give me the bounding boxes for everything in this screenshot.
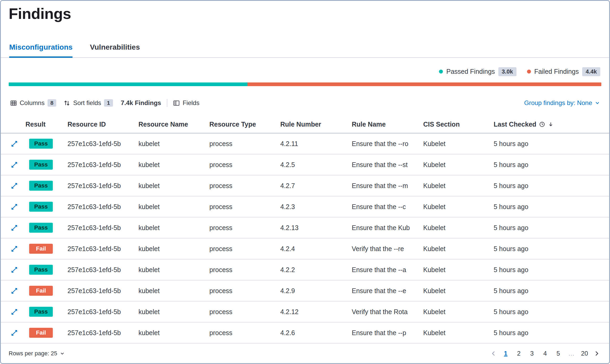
- result-cell: Pass: [25, 160, 68, 170]
- group-findings-by-button[interactable]: Group findings by: None: [524, 99, 600, 107]
- expand-cell: [9, 287, 25, 294]
- last-checked-cell: 5 hours ago: [494, 245, 601, 253]
- chevron-right-icon: [593, 350, 600, 357]
- toolbar-divider: [167, 99, 167, 107]
- rows-per-page-label: Rows per page: 25: [9, 350, 57, 357]
- pagination-page-3[interactable]: 3: [526, 348, 538, 359]
- rule-name-cell: Ensure that the --m: [352, 182, 423, 190]
- chevron-left-icon: [490, 350, 497, 357]
- result-cell: Fail: [25, 286, 68, 296]
- result-badge: Pass: [29, 223, 53, 233]
- pagination-pages: 12345…20: [500, 348, 590, 359]
- result-cell: Pass: [25, 139, 68, 149]
- failed-dot-icon: [527, 70, 531, 74]
- header-rule-name[interactable]: Rule Name: [352, 121, 423, 128]
- result-badge: Pass: [29, 160, 53, 170]
- result-cell: Pass: [25, 265, 68, 275]
- rows-per-page-button[interactable]: Rows per page: 25: [9, 350, 65, 357]
- rule-number-cell: 4.2.7: [280, 182, 352, 190]
- columns-count-badge: 8: [48, 99, 56, 107]
- resource-id-cell: 257e1c63-1efd-5b: [68, 203, 138, 211]
- expand-cell: [9, 140, 25, 147]
- rule-name-cell: Ensure that the --p: [352, 329, 423, 337]
- resource-name-cell: kubelet: [138, 245, 209, 253]
- resource-type-cell: process: [209, 203, 280, 211]
- sort-fields-button[interactable]: Sort fields 1: [64, 99, 113, 107]
- cis-section-cell: Kubelet: [423, 161, 494, 169]
- pagination-page-4[interactable]: 4: [539, 348, 551, 359]
- last-checked-cell: 5 hours ago: [494, 140, 601, 148]
- header-cis-section[interactable]: CIS Section: [423, 121, 494, 128]
- pagination-next-button[interactable]: [592, 349, 601, 358]
- header-resource-name[interactable]: Resource Name: [138, 121, 209, 128]
- header-last-checked[interactable]: Last Checked: [494, 121, 601, 128]
- expand-cell: [9, 161, 25, 168]
- expand-cell: [9, 203, 25, 210]
- table-row: Fail 257e1c63-1efd-5b kubelet process 4.…: [1, 323, 609, 344]
- resource-id-cell: 257e1c63-1efd-5b: [68, 182, 138, 190]
- cis-section-cell: Kubelet: [423, 203, 494, 211]
- table-row: Pass 257e1c63-1efd-5b kubelet process 4.…: [1, 301, 609, 323]
- table-body: Pass 257e1c63-1efd-5b kubelet process 4.…: [1, 133, 609, 344]
- resource-id-cell: 257e1c63-1efd-5b: [68, 140, 138, 148]
- resource-name-cell: kubelet: [138, 203, 209, 211]
- fields-button[interactable]: Fields: [173, 99, 199, 107]
- failed-bar-segment: [247, 82, 601, 86]
- last-checked-cell: 5 hours ago: [494, 287, 601, 295]
- expand-row-button[interactable]: [9, 140, 18, 147]
- resource-type-cell: process: [209, 224, 280, 232]
- sort-fields-button-label: Sort fields: [73, 99, 101, 107]
- expand-row-button[interactable]: [9, 224, 18, 231]
- resource-id-cell: 257e1c63-1efd-5b: [68, 161, 138, 169]
- table-row: Pass 257e1c63-1efd-5b kubelet process 4.…: [1, 175, 609, 196]
- cis-section-cell: Kubelet: [423, 182, 494, 190]
- pagination: 12345…20: [489, 348, 601, 359]
- header-resource-type[interactable]: Resource Type: [209, 121, 280, 128]
- expand-row-button[interactable]: [9, 161, 18, 168]
- pagination-page-20[interactable]: 20: [579, 348, 590, 359]
- tab-vulnerabilities[interactable]: Vulnerabilities: [90, 43, 140, 57]
- rule-name-cell: Ensure that the --e: [352, 287, 423, 295]
- expand-row-button[interactable]: [9, 308, 18, 315]
- header-rule-number[interactable]: Rule Number: [280, 121, 352, 128]
- columns-button-label: Columns: [20, 99, 45, 107]
- rule-name-cell: Verify that the --re: [352, 245, 423, 253]
- findings-page: Findings Misconfigurations Vulnerabiliti…: [0, 0, 610, 364]
- table-row: Pass 257e1c63-1efd-5b kubelet process 4.…: [1, 217, 609, 238]
- pagination-previous-button[interactable]: [489, 349, 498, 358]
- resource-name-cell: kubelet: [138, 140, 209, 148]
- result-cell: Fail: [25, 328, 68, 338]
- tab-misconfigurations[interactable]: Misconfigurations: [9, 43, 73, 57]
- resource-id-cell: 257e1c63-1efd-5b: [68, 329, 138, 337]
- expand-row-button[interactable]: [9, 203, 18, 210]
- expand-row-button[interactable]: [9, 266, 18, 273]
- result-badge: Pass: [29, 139, 53, 149]
- result-badge: Fail: [29, 328, 53, 338]
- resource-type-cell: process: [209, 140, 280, 148]
- expand-row-button[interactable]: [9, 287, 18, 294]
- last-checked-cell: 5 hours ago: [494, 203, 601, 211]
- pagination-page-2[interactable]: 2: [513, 348, 525, 359]
- table-header-row: Result Resource ID Resource Name Resourc…: [1, 116, 609, 134]
- rule-name-cell: Ensure that the --c: [352, 203, 423, 211]
- pagination-page-5[interactable]: 5: [552, 348, 564, 359]
- resource-type-cell: process: [209, 266, 280, 274]
- expand-row-button[interactable]: [9, 245, 18, 252]
- header-resource-id[interactable]: Resource ID: [68, 121, 138, 128]
- resource-id-cell: 257e1c63-1efd-5b: [68, 245, 138, 253]
- columns-button[interactable]: Columns 8: [10, 99, 56, 107]
- cis-section-cell: Kubelet: [423, 245, 494, 253]
- header-result[interactable]: Result: [25, 121, 68, 128]
- expand-row-button[interactable]: [9, 329, 18, 336]
- sort-desc-arrow-icon: [548, 121, 554, 127]
- sort-arrows-icon: [64, 100, 70, 106]
- expand-cell: [9, 224, 25, 231]
- resource-name-cell: kubelet: [138, 161, 209, 169]
- cis-section-cell: Kubelet: [423, 287, 494, 295]
- pagination-page-1[interactable]: 1: [500, 348, 511, 359]
- expand-row-button[interactable]: [9, 182, 18, 189]
- rule-number-cell: 4.2.2: [280, 266, 352, 274]
- tabs: Misconfigurations Vulnerabilities: [1, 43, 609, 58]
- resource-name-cell: kubelet: [138, 182, 209, 190]
- resource-id-cell: 257e1c63-1efd-5b: [68, 308, 138, 316]
